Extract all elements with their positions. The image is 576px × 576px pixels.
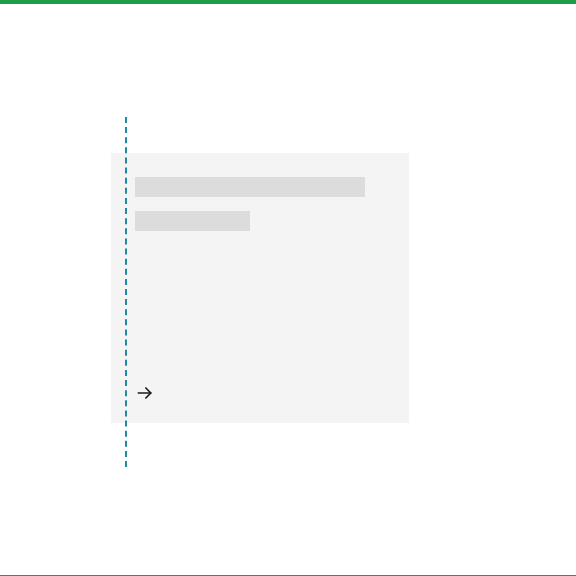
content-card — [111, 153, 409, 423]
skeleton-line-title — [135, 177, 365, 197]
card-action-link[interactable] — [135, 383, 385, 403]
alignment-guide-vertical — [125, 117, 127, 467]
skeleton-line-subtitle — [135, 211, 250, 231]
arrow-right-icon — [135, 383, 155, 403]
card-body — [135, 177, 385, 383]
